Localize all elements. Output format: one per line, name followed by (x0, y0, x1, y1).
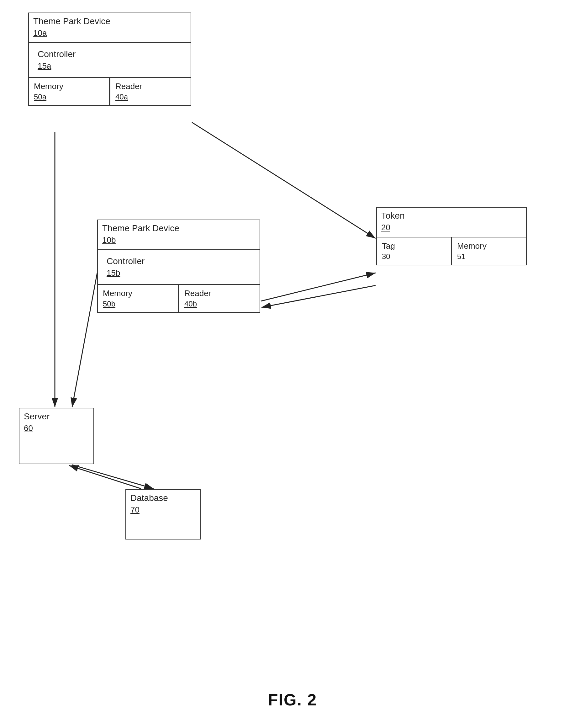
token-memory-label: 51 (457, 252, 521, 261)
device-a-title: Theme Park Device (29, 13, 191, 28)
device-a-memory-label: 50a (34, 93, 104, 101)
database-box: Database 70 (125, 489, 201, 540)
token-label: 20 (377, 223, 526, 237)
device-b-memory-label: 50b (103, 300, 173, 308)
fig-label: FIG. 2 (268, 691, 317, 709)
database-title: Database (126, 490, 200, 505)
device-b-controller-title: Controller (102, 253, 255, 268)
token-inner-row: Tag 30 Memory 51 (377, 237, 526, 265)
server-box: Server 60 (19, 408, 94, 464)
device-a-memory-cell: Memory 50a (29, 78, 110, 105)
arrow-deviceb-to-token (261, 273, 376, 301)
device-b-reader-title: Reader (184, 289, 255, 300)
device-a-box: Theme Park Device 10a Controller 15a Mem… (28, 12, 191, 106)
token-tag-title: Tag (382, 241, 446, 252)
device-b-reader-cell: Reader 40b (179, 285, 260, 312)
device-a-reader-title: Reader (115, 82, 186, 93)
device-a-reader-cell: Reader 40a (110, 78, 191, 105)
device-a-label: 10a (29, 28, 191, 42)
arrow-token-to-deviceb (262, 285, 376, 307)
token-memory-title: Memory (457, 241, 521, 252)
device-b-label: 10b (98, 235, 260, 249)
device-a-controller-label: 15a (33, 61, 186, 75)
arrow-deviceb-to-server (72, 273, 97, 407)
device-b-box: Theme Park Device 10b Controller 15b Mem… (97, 219, 260, 313)
device-a-controller-section: Controller 15a (29, 42, 191, 77)
device-b-memory-cell: Memory 50b (98, 285, 179, 312)
database-label: 70 (126, 505, 200, 519)
device-a-memory-title: Memory (34, 82, 104, 93)
token-tag-label: 30 (382, 252, 446, 261)
arrows-svg (0, 0, 585, 728)
device-b-memory-title: Memory (103, 289, 173, 300)
device-b-controller-section: Controller 15b (98, 249, 260, 284)
device-a-reader-label: 40a (115, 93, 186, 101)
device-b-controller-label: 15b (102, 268, 255, 282)
token-title: Token (377, 208, 526, 223)
device-b-inner-row: Memory 50b Reader 40b (98, 284, 260, 312)
token-memory-cell: Memory 51 (451, 237, 526, 265)
diagram: Theme Park Device 10a Controller 15a Mem… (0, 0, 585, 728)
token-box: Token 20 Tag 30 Memory 51 (376, 207, 527, 265)
device-b-title: Theme Park Device (98, 220, 260, 235)
arrow-server-to-database (72, 465, 154, 489)
server-label: 60 (20, 423, 94, 438)
token-tag-cell: Tag 30 (377, 237, 451, 265)
arrow-database-to-server (69, 466, 141, 489)
device-b-reader-label: 40b (184, 300, 255, 308)
server-title: Server (20, 408, 94, 423)
device-a-controller-title: Controller (33, 46, 186, 61)
device-a-inner-row: Memory 50a Reader 40a (29, 77, 191, 105)
